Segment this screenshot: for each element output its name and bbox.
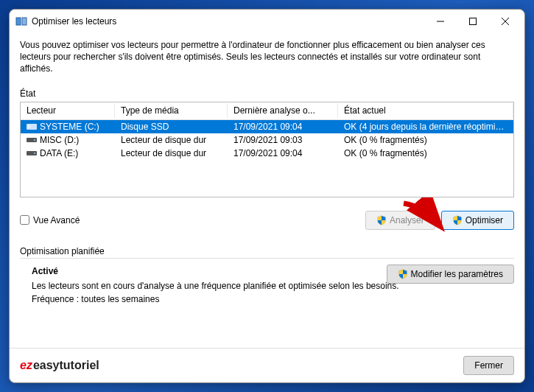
shield-icon xyxy=(376,215,387,225)
branding-prefix: ez xyxy=(20,359,32,372)
window-title: Optimiser les lecteurs xyxy=(32,16,424,27)
table-header: Lecteur Type de média Dernière analyse o… xyxy=(21,102,513,120)
cell-media: Lecteur de disque dur xyxy=(115,134,228,146)
table-body: SYSTEME (C:)Disque SSD17/09/2021 09:04OK… xyxy=(21,120,513,160)
drive-icon xyxy=(27,122,37,131)
svg-point-10 xyxy=(34,139,35,141)
cell-media: Disque SSD xyxy=(115,121,228,133)
optimize-label: Optimiser xyxy=(466,215,503,225)
modify-settings-button[interactable]: Modifier les paramètres xyxy=(387,265,514,284)
scheduled-line2: Fréquence : toutes les semaines xyxy=(32,293,514,306)
column-status[interactable]: État actuel xyxy=(338,103,513,118)
svg-rect-3 xyxy=(470,18,477,24)
advanced-view-input[interactable] xyxy=(20,215,29,225)
column-drive[interactable]: Lecteur xyxy=(21,103,115,118)
scheduled-box: Modifier les paramètres Activé Les lecte… xyxy=(20,258,514,306)
column-last[interactable]: Dernière analyse o... xyxy=(228,103,338,118)
drive-icon xyxy=(27,136,37,144)
shield-icon xyxy=(398,269,408,279)
table-row[interactable]: SYSTEME (C:)Disque SSD17/09/2021 09:04OK… xyxy=(21,120,513,133)
drives-table[interactable]: Lecteur Type de média Dernière analyse o… xyxy=(20,102,514,197)
branding-name: easytutoriel xyxy=(33,359,99,372)
svg-rect-8 xyxy=(28,127,30,127)
analyze-label: Analyser xyxy=(390,215,424,225)
optimize-button[interactable]: Optimiser xyxy=(441,211,514,230)
actions-row: Vue Avancé Analyser Optimiser xyxy=(20,211,514,230)
cell-media: Lecteur de disque dur xyxy=(115,147,228,159)
close-dialog-button[interactable]: Fermer xyxy=(463,356,514,375)
advanced-view-label: Vue Avancé xyxy=(33,215,80,225)
cell-last: 17/09/2021 09:04 xyxy=(228,147,338,159)
maximize-button[interactable] xyxy=(457,10,489,32)
svg-rect-7 xyxy=(28,125,30,126)
analyze-button: Analyser xyxy=(365,211,435,230)
svg-rect-1 xyxy=(22,18,27,25)
cell-last: 17/09/2021 09:04 xyxy=(228,121,338,133)
svg-rect-0 xyxy=(16,18,21,25)
optimize-drives-window: Optimiser les lecteurs Vous pouvez optim… xyxy=(9,9,525,383)
status-section-label: État xyxy=(20,88,514,99)
shield-icon xyxy=(452,215,463,225)
titlebar: Optimiser les lecteurs xyxy=(10,10,524,33)
cell-drive: MISC (D:) xyxy=(21,134,115,146)
scheduled-section-label: Optimisation planifiée xyxy=(20,246,514,256)
branding-logo: ezeasytutoriel xyxy=(20,359,99,372)
app-icon xyxy=(15,15,27,27)
cell-status: OK (0 % fragmentés) xyxy=(338,147,513,159)
modify-label: Modifier les paramètres xyxy=(411,269,503,279)
cell-status: OK (4 jours depuis la dernière réoptimis… xyxy=(338,121,513,133)
table-row[interactable]: DATA (E:)Lecteur de disque dur17/09/2021… xyxy=(21,147,513,160)
minimize-button[interactable] xyxy=(424,10,457,32)
description-text: Vous pouvez optimiser vos lecteurs pour … xyxy=(20,39,514,75)
column-media[interactable]: Type de média xyxy=(115,103,228,118)
cell-drive: DATA (E:) xyxy=(21,147,115,159)
cell-last: 17/09/2021 09:03 xyxy=(228,134,338,146)
table-row[interactable]: MISC (D:)Lecteur de disque dur17/09/2021… xyxy=(21,133,513,147)
advanced-view-checkbox[interactable]: Vue Avancé xyxy=(20,215,80,225)
svg-point-12 xyxy=(34,153,35,154)
cell-drive: SYSTEME (C:) xyxy=(21,121,115,133)
content-area: Vous pouvez optimiser vos lecteurs pour … xyxy=(10,33,524,348)
close-button[interactable] xyxy=(489,10,521,32)
drive-icon xyxy=(27,149,37,158)
window-controls xyxy=(424,10,521,32)
footer: ezeasytutoriel Fermer xyxy=(10,348,524,382)
cell-status: OK (0 % fragmentés) xyxy=(338,134,513,146)
